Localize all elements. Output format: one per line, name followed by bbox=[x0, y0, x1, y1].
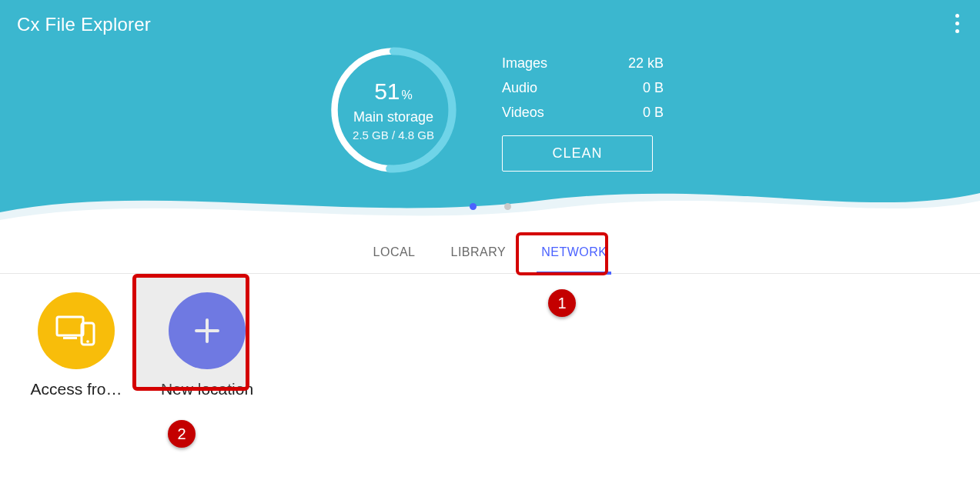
pager-dot-0[interactable] bbox=[470, 203, 477, 210]
tab-bar: LOCAL LIBRARY NETWORK bbox=[0, 231, 980, 274]
storage-percent: 51% bbox=[374, 78, 413, 105]
tab-library[interactable]: LIBRARY bbox=[447, 232, 511, 273]
stat-row-videos: Videos 0 B bbox=[502, 100, 664, 125]
annotation-badge-2: 2 bbox=[168, 420, 196, 448]
svg-point-5 bbox=[86, 340, 89, 343]
app-title: Cx File Explorer bbox=[17, 14, 151, 35]
storage-usage: 2.5 GB / 4.8 GB bbox=[353, 128, 434, 142]
storage-stats: Images 22 kB Audio 0 B Videos 0 B CLEAN bbox=[502, 51, 664, 172]
pager-dot-1[interactable] bbox=[504, 203, 511, 210]
header: Cx File Explorer 51% Main storage 2.5 GB… bbox=[0, 0, 980, 231]
pager-dots bbox=[470, 203, 511, 210]
grid-item-label: Access fro… bbox=[30, 380, 122, 398]
grid-item-label: New location bbox=[161, 380, 253, 398]
svg-rect-3 bbox=[63, 337, 77, 339]
storage-ring[interactable]: 51% Main storage 2.5 GB / 4.8 GB bbox=[328, 45, 459, 175]
devices-icon bbox=[38, 292, 115, 369]
more-menu-button[interactable] bbox=[945, 11, 969, 35]
clean-button[interactable]: CLEAN bbox=[502, 135, 653, 172]
tab-network[interactable]: NETWORK bbox=[537, 232, 611, 273]
network-grid: Access fro… New location bbox=[0, 274, 980, 398]
grid-item-new-location[interactable]: New location bbox=[149, 292, 265, 398]
tab-local[interactable]: LOCAL bbox=[369, 232, 420, 273]
stat-row-audio: Audio 0 B bbox=[502, 75, 664, 100]
grid-item-access-from-network[interactable]: Access fro… bbox=[18, 292, 134, 398]
plus-icon bbox=[169, 292, 246, 369]
storage-label: Main storage bbox=[353, 109, 433, 125]
dots-icon bbox=[955, 14, 959, 18]
stat-row-images: Images 22 kB bbox=[502, 51, 664, 75]
svg-rect-2 bbox=[57, 317, 83, 335]
